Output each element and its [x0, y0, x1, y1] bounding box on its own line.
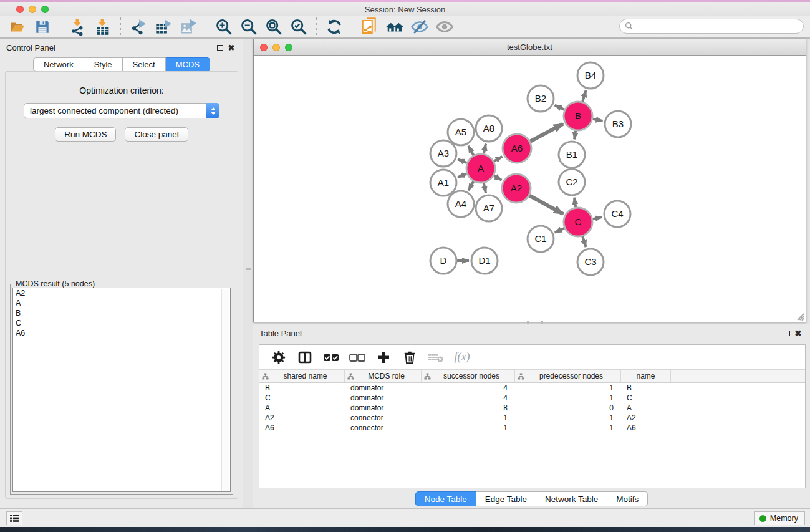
close-panel-button[interactable]: Close panel	[125, 127, 188, 142]
table-cell[interactable]: 1	[515, 423, 621, 433]
open-session-icon[interactable]	[5, 17, 30, 36]
graph-edge[interactable]	[494, 176, 502, 180]
function-builder-icon[interactable]: f(x)	[451, 348, 473, 367]
zoom-fit-icon[interactable]	[261, 17, 286, 36]
table-row[interactable]: Bdominator41B	[259, 383, 805, 393]
select-all-columns-icon[interactable]	[321, 348, 342, 367]
mcds-result-item[interactable]: A6	[13, 328, 230, 338]
tab-node-table[interactable]: Node Table	[415, 491, 476, 506]
hide-graphics-details-icon[interactable]	[407, 17, 432, 36]
tab-style[interactable]: Style	[84, 57, 123, 72]
table-cell[interactable]: 4	[422, 383, 515, 393]
mcds-result-list[interactable]: A2ABCA6	[12, 288, 231, 492]
mcds-result-item[interactable]: A	[13, 298, 230, 308]
mcds-result-item[interactable]: A2	[13, 288, 230, 298]
graph-edge[interactable]	[458, 159, 467, 163]
delete-table-icon[interactable]	[425, 348, 446, 367]
float-panel-icon[interactable]	[215, 42, 226, 53]
graph-node[interactable]: C2	[559, 169, 585, 195]
column-header-predecessor-nodes[interactable]: predecessor nodes	[515, 370, 621, 382]
search-input[interactable]	[634, 20, 803, 32]
graph-edge[interactable]	[458, 174, 466, 177]
import-network-icon[interactable]	[65, 17, 90, 36]
table-cell[interactable]: B	[259, 383, 345, 393]
mcds-result-item[interactable]: B	[13, 308, 230, 318]
import-table-icon[interactable]	[90, 17, 115, 36]
zoom-selected-icon[interactable]	[286, 17, 311, 36]
tab-mcds[interactable]: MCDS	[166, 57, 210, 72]
graph-node[interactable]: A5	[448, 119, 474, 145]
graph-node[interactable]: A8	[476, 115, 502, 142]
graph-edge[interactable]	[582, 90, 586, 102]
graph-edge[interactable]	[530, 124, 563, 142]
graph-node[interactable]: A6	[503, 134, 531, 163]
column-header-shared-name[interactable]: shared name	[259, 370, 345, 382]
graph-edge[interactable]	[574, 198, 576, 208]
window-resize-grip[interactable]	[796, 312, 804, 321]
delete-column-icon[interactable]	[399, 348, 420, 367]
graph-node[interactable]: C3	[577, 249, 604, 275]
tab-network-table[interactable]: Network Table	[536, 491, 607, 506]
zoom-in-icon[interactable]	[211, 17, 236, 36]
graph-node[interactable]: D	[430, 248, 456, 274]
mcds-result-item[interactable]: C	[13, 318, 230, 328]
tab-select[interactable]: Select	[123, 57, 166, 72]
column-header-name[interactable]: name	[621, 370, 671, 382]
graph-edge[interactable]	[555, 105, 565, 110]
table-cell[interactable]: B	[621, 383, 671, 393]
table-cell[interactable]: A2	[621, 413, 671, 423]
export-network-icon[interactable]	[126, 17, 151, 36]
table-cell[interactable]: A	[621, 403, 671, 413]
graph-node[interactable]: A2	[502, 174, 531, 203]
tab-network[interactable]: Network	[33, 57, 84, 72]
graph-edge[interactable]	[574, 131, 576, 140]
table-row[interactable]: Cdominator41C	[259, 393, 805, 403]
table-cell[interactable]: A	[259, 403, 345, 413]
graph-node[interactable]: B3	[605, 111, 631, 137]
graph-edge[interactable]	[484, 143, 486, 153]
graph-node[interactable]: C1	[528, 226, 554, 252]
save-session-icon[interactable]	[30, 17, 55, 36]
export-table-icon[interactable]	[151, 17, 176, 36]
add-column-icon[interactable]	[373, 348, 394, 367]
unselect-all-columns-icon[interactable]	[347, 348, 368, 367]
refresh-icon[interactable]	[322, 17, 347, 36]
graph-node[interactable]: A4	[448, 191, 474, 217]
table-cell[interactable]: 1	[515, 393, 621, 403]
table-row[interactable]: A2connector11A2	[259, 413, 805, 423]
graph-edge[interactable]	[529, 195, 563, 214]
graph-edge[interactable]	[555, 228, 564, 233]
network-canvas[interactable]: B4B2BB3A8A5A6A3B1AC2A1A2A4A7C4CC1DD1C3	[254, 56, 806, 322]
optimization-criterion-select[interactable]: largest connected component (directed)	[24, 103, 219, 118]
search-field[interactable]	[619, 19, 804, 34]
zoom-out-icon[interactable]	[236, 17, 261, 36]
graph-node[interactable]: C4	[604, 201, 630, 227]
table-cell[interactable]: 0	[515, 403, 621, 413]
graph-edge[interactable]	[468, 181, 473, 190]
new-network-from-selection-icon[interactable]	[357, 17, 382, 36]
table-cell[interactable]: C	[259, 393, 345, 403]
table-cell[interactable]: A6	[621, 423, 671, 433]
table-cell[interactable]: dominator	[345, 403, 422, 413]
close-table-panel-icon[interactable]: ✖	[793, 327, 804, 339]
table-cell[interactable]: dominator	[345, 393, 422, 403]
graph-edge[interactable]	[593, 119, 603, 121]
float-table-panel-icon[interactable]	[781, 327, 793, 339]
table-cell[interactable]: C	[621, 393, 671, 403]
tab-edge-table[interactable]: Edge Table	[476, 491, 536, 506]
graph-edge[interactable]	[593, 217, 602, 219]
table-cell[interactable]: connector	[345, 413, 422, 423]
table-cell[interactable]: 1	[422, 423, 515, 433]
graph-node[interactable]: B1	[559, 142, 585, 168]
graph-node[interactable]: A7	[476, 195, 502, 221]
graph-node[interactable]: A1	[430, 170, 456, 196]
column-header-mcds-role[interactable]: MCDS role	[345, 370, 422, 382]
graph-node[interactable]: B	[564, 102, 592, 130]
graph-edge[interactable]	[484, 183, 486, 193]
table-row[interactable]: Adominator80A	[259, 403, 805, 413]
graph-node[interactable]: D1	[471, 248, 498, 274]
vertical-splitter-grip[interactable]	[246, 268, 251, 284]
table-cell[interactable]: A2	[259, 413, 345, 423]
task-history-button[interactable]	[6, 511, 22, 525]
graph-node[interactable]: B2	[528, 85, 554, 112]
